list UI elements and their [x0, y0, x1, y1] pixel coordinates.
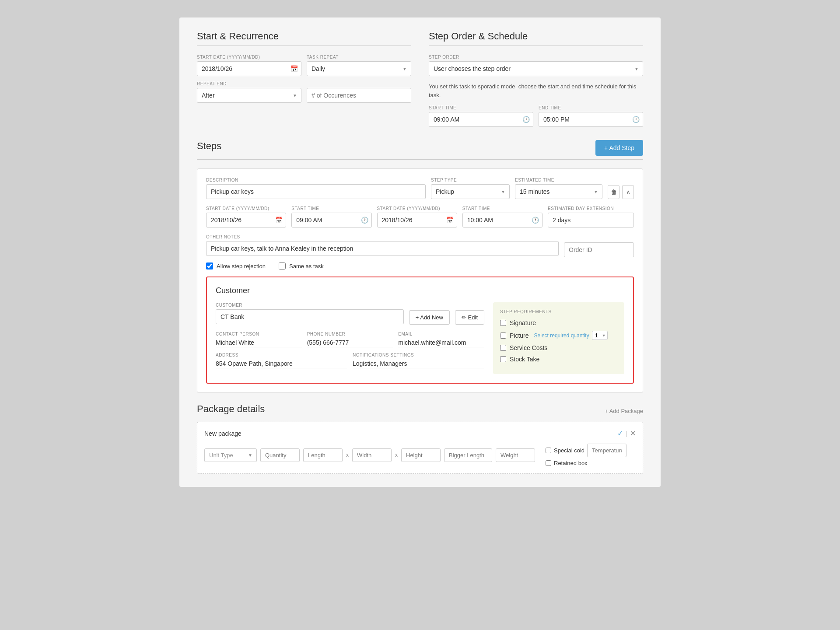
package-name: New package: [204, 430, 242, 437]
email-label: EMAIL: [398, 332, 484, 336]
calendar-icon-3: 📅: [446, 217, 454, 224]
retained-box-label[interactable]: Retained box: [546, 460, 626, 466]
end-time-field: END TIME 🕐: [539, 105, 643, 127]
description-field: DESCRIPTION: [206, 178, 426, 199]
estimated-time-select[interactable]: 15 minutes 30 minutes 1 hour: [515, 184, 602, 199]
temperature-input[interactable]: [587, 444, 626, 457]
req-signature: Signature: [500, 319, 617, 326]
package-separator: |: [626, 430, 627, 437]
step-type-select[interactable]: Pickup Delivery Service: [431, 184, 510, 199]
req-qty-select[interactable]: 1 2 3: [592, 331, 608, 340]
customer-inner: CUSTOMER + Add New ✏ Edit CONTACT PERSON…: [216, 302, 624, 374]
start-recurrence-title: Start & Recurrence: [197, 31, 411, 42]
start-time-field: START TIME 🕐: [429, 105, 533, 127]
package-title: Package details: [197, 403, 265, 415]
start-time-input[interactable]: [429, 112, 533, 127]
estimated-time-field: ESTIMATED TIME 15 minutes 30 minutes 1 h…: [515, 178, 602, 199]
allow-rejection-checkbox[interactable]: [206, 262, 213, 270]
unit-type-select[interactable]: Unit Type: [204, 448, 257, 462]
repeat-end-select[interactable]: After Never On Date: [197, 88, 301, 103]
unit-type-wrapper: Unit Type: [204, 448, 257, 462]
step-start-time2-wrapper: 🕐: [462, 213, 542, 228]
phone-label: PHONE NUMBER: [307, 332, 393, 336]
step-order-label: STEP ORDER: [429, 55, 643, 60]
occurrences-input[interactable]: [307, 88, 411, 103]
step-type-field: STEP TYPE Pickup Delivery Service: [431, 178, 510, 199]
height-input[interactable]: [401, 448, 441, 462]
task-repeat-select[interactable]: Daily Weekly Monthly: [307, 61, 411, 76]
req-qty-label: Select required quantity: [534, 332, 589, 339]
req-service-costs-checkbox[interactable]: [500, 345, 506, 351]
notif-field: NOTIFICATIONS SETTINGS Logistics, Manage…: [353, 353, 484, 368]
start-time-input-wrapper: 🕐: [429, 112, 533, 127]
req-picture-checkbox[interactable]: [500, 332, 506, 339]
end-time-label: END TIME: [539, 105, 643, 110]
other-notes-field: OTHER NOTES: [206, 234, 559, 257]
step-start-date2-input[interactable]: [377, 213, 457, 228]
req-picture-qty: Select required quantity 1 2 3: [534, 331, 608, 340]
occurrences-label: [307, 81, 411, 86]
x-separator-1: x: [346, 452, 349, 458]
step-start-time1-label: START TIME: [291, 206, 371, 211]
same-as-task-checkbox[interactable]: [279, 262, 286, 270]
estimated-day-field: ESTIMATED DAY EXTENSION: [548, 206, 634, 228]
description-input[interactable]: [206, 184, 426, 199]
edit-button[interactable]: ✏ Edit: [455, 310, 484, 325]
email-value: michael.white@mail.com: [398, 338, 484, 347]
estimated-time-select-wrapper: 15 minutes 30 minutes 1 hour: [515, 184, 602, 199]
collapse-step-button[interactable]: ∧: [622, 185, 634, 199]
package-confirm-button[interactable]: ✓: [617, 429, 623, 438]
add-step-button[interactable]: + Add Step: [595, 140, 643, 156]
time-row: START TIME 🕐 END TIME 🕐: [429, 105, 643, 127]
repeat-end-field: REPEAT END After Never On Date: [197, 81, 301, 103]
step-card: DESCRIPTION STEP TYPE Pickup Delivery Se…: [197, 168, 643, 393]
customer-row3: ADDRESS 854 Opawe Path, Singapore NOTIFI…: [216, 353, 484, 368]
address-label: ADDRESS: [216, 353, 347, 357]
weight-input[interactable]: [496, 448, 535, 462]
width-input[interactable]: [352, 448, 392, 462]
special-cold-label[interactable]: Special cold: [546, 444, 626, 457]
step-order-row: STEP ORDER User chooses the step order F…: [429, 55, 643, 76]
step-card-row3: OTHER NOTES: [206, 234, 634, 257]
same-as-task-checkbox-label[interactable]: Same as task: [279, 262, 324, 270]
step-start-time2-input[interactable]: [462, 213, 542, 228]
clock-icon-3: 🕐: [361, 217, 368, 224]
calendar-icon: 📅: [290, 65, 298, 72]
step-req-title: STEP REQUIREMENTS: [500, 309, 617, 314]
allow-rejection-checkbox-label[interactable]: Allow step rejection: [206, 262, 266, 270]
add-new-button[interactable]: + Add New: [409, 310, 450, 325]
start-date-input[interactable]: [197, 61, 301, 76]
end-time-input[interactable]: [539, 112, 643, 127]
retained-box-checkbox[interactable]: [546, 460, 551, 466]
step-order-title: Step Order & Schedule: [429, 31, 643, 42]
step-start-time1-input[interactable]: [291, 213, 371, 228]
quantity-input[interactable]: [260, 448, 300, 462]
req-picture: Picture Select required quantity 1 2 3: [500, 331, 617, 340]
clock-icon-start: 🕐: [522, 116, 530, 123]
step-start-date1-input[interactable]: [206, 213, 286, 228]
start-date-label: START DATE (YYYY/MM/DD): [197, 55, 301, 60]
step-type-select-wrapper: Pickup Delivery Service: [431, 184, 510, 199]
req-service-costs-label: Service Costs: [510, 344, 547, 351]
length-input[interactable]: [303, 448, 343, 462]
estimated-day-label: ESTIMATED DAY EXTENSION: [548, 206, 634, 211]
other-notes-input[interactable]: [206, 241, 559, 256]
estimated-day-input[interactable]: [548, 213, 634, 228]
req-signature-checkbox[interactable]: [500, 320, 506, 326]
req-stock-take-checkbox[interactable]: [500, 356, 506, 362]
start-recurrence-row2: REPEAT END After Never On Date: [197, 81, 411, 103]
bigger-length-input[interactable]: [444, 448, 492, 462]
task-repeat-field: TASK REPEAT Daily Weekly Monthly: [307, 55, 411, 76]
add-package-button[interactable]: + Add Package: [605, 408, 643, 414]
end-time-input-wrapper: 🕐: [539, 112, 643, 127]
step-order-select[interactable]: User chooses the step order Fixed order: [429, 61, 643, 76]
start-date-field: START DATE (YYYY/MM/DD) 📅: [197, 55, 301, 76]
step-card-row4: Allow step rejection Same as task: [206, 262, 634, 270]
delete-step-button[interactable]: 🗑: [608, 185, 620, 199]
package-fields-row: Unit Type x x Special cold: [204, 444, 636, 466]
special-cold-checkbox[interactable]: [546, 448, 551, 453]
order-id-input[interactable]: [564, 242, 634, 257]
package-close-button[interactable]: ✕: [630, 429, 636, 438]
step-start-date1-label: START DATE (YYYY/MM/DD): [206, 206, 286, 211]
customer-name-input[interactable]: [216, 309, 404, 324]
